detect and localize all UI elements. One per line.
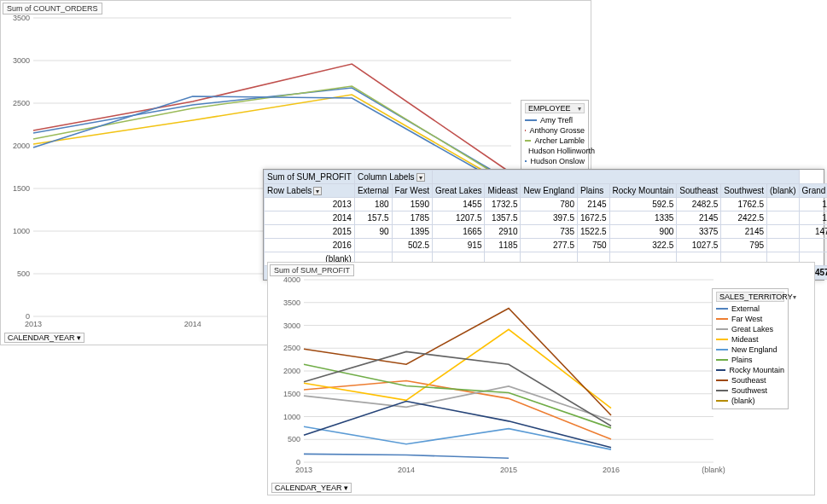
cell[interactable]: 592.5 <box>609 198 677 211</box>
legend-item[interactable]: Hudson Hollinworth <box>525 146 585 156</box>
cell[interactable]: 900 <box>609 225 677 239</box>
cell[interactable]: 1357.5 <box>485 211 521 225</box>
cell[interactable]: 502.5 <box>392 239 432 252</box>
svg-text:3500: 3500 <box>13 14 30 22</box>
row-header[interactable]: 2015 <box>265 225 355 239</box>
cell[interactable]: 1732.5 <box>485 198 521 211</box>
column-header[interactable]: External <box>354 184 392 198</box>
cell[interactable]: 322.5 <box>609 239 677 252</box>
legend-item[interactable]: (blank) <box>716 396 784 406</box>
legend-label: Mideast <box>731 334 759 345</box>
cell[interactable]: 780 <box>521 198 577 211</box>
column-header[interactable]: Far West <box>392 184 432 198</box>
cell[interactable]: 397.5 <box>521 211 577 225</box>
legend-label: External <box>731 304 760 314</box>
cell[interactable]: 277.5 <box>521 239 577 252</box>
cell[interactable] <box>767 198 800 211</box>
chart1-legend-title-button[interactable]: EMPLOYEE▾ <box>525 103 585 113</box>
row-header[interactable]: 2013 <box>265 198 355 211</box>
chart2-legend-title-button[interactable]: SALES_TERRITORY▾ <box>716 292 784 302</box>
row-labels-button[interactable]: Row Labels▾ <box>265 184 355 198</box>
cell[interactable]: 1762.5 <box>721 198 767 211</box>
chart2-xaxis-button[interactable]: CALENDAR_YEAR▾ <box>271 483 352 493</box>
column-header[interactable]: Great Lakes <box>432 184 484 198</box>
column-header[interactable]: Rocky Mountain <box>609 184 677 198</box>
cell[interactable]: 2422.5 <box>721 211 767 225</box>
cell[interactable]: 157.5 <box>354 211 392 225</box>
cell[interactable] <box>354 239 392 252</box>
legend-item[interactable]: Mideast <box>716 334 784 345</box>
legend-item[interactable]: Amy Trefl <box>525 115 585 125</box>
legend-swatch <box>525 130 526 131</box>
legend-item[interactable]: Archer Lamble <box>525 136 585 146</box>
cell[interactable]: 750 <box>577 239 609 252</box>
column-header[interactable]: Southeast <box>677 184 721 198</box>
chart1-xaxis-button[interactable]: CALENDAR_YEAR▾ <box>4 333 84 343</box>
cell[interactable]: 180 <box>354 198 392 211</box>
column-header[interactable]: Southwest <box>721 184 767 198</box>
cell[interactable]: 1335 <box>609 211 677 225</box>
legend-item[interactable]: Hudson Onslow <box>525 156 585 166</box>
legend-swatch <box>716 318 728 320</box>
cell[interactable]: 1522.5 <box>577 225 609 239</box>
svg-text:2015: 2015 <box>500 466 517 474</box>
cell[interactable]: 915 <box>432 239 484 252</box>
cell[interactable]: 14737.5 <box>799 225 827 239</box>
legend-swatch <box>716 369 725 371</box>
svg-text:2014: 2014 <box>398 466 415 474</box>
col-labels-button[interactable]: Column Labels▾ <box>354 171 432 184</box>
pivot-corner: Sum of SUM_PROFIT <box>265 171 355 184</box>
legend-item[interactable]: Rocky Mountain <box>716 365 784 375</box>
column-header[interactable]: Plains <box>577 184 609 198</box>
row-header[interactable]: 2016 <box>265 239 355 252</box>
pivot-panel: Sum of SUM_PROFIT Column Labels▾ Row Lab… <box>263 169 824 281</box>
svg-text:2000: 2000 <box>13 142 30 150</box>
cell[interactable]: 12480 <box>799 211 827 225</box>
cell[interactable]: 1665 <box>432 225 484 239</box>
row-header[interactable]: 2014 <box>265 211 355 225</box>
cell[interactable]: 1672.5 <box>577 211 609 225</box>
cell[interactable]: 1027.5 <box>677 239 721 252</box>
cell[interactable] <box>767 225 800 239</box>
cell[interactable]: 795 <box>721 239 767 252</box>
cell[interactable]: 1185 <box>485 239 521 252</box>
chart2-legend: SALES_TERRITORY▾ ExternalFar WestGreat L… <box>712 288 789 409</box>
legend-swatch <box>716 379 728 381</box>
cell[interactable]: 2145 <box>677 211 721 225</box>
legend-label: Far West <box>731 314 762 324</box>
legend-item[interactable]: External <box>716 304 784 314</box>
cell[interactable]: 12720 <box>799 198 827 211</box>
legend-swatch <box>716 390 728 391</box>
cell[interactable]: 735 <box>521 225 577 239</box>
column-header[interactable]: (blank) <box>767 184 800 198</box>
legend-swatch <box>525 119 537 121</box>
cell[interactable] <box>767 211 800 225</box>
legend-item[interactable]: Far West <box>716 314 784 324</box>
cell[interactable]: 3375 <box>677 225 721 239</box>
legend-item[interactable]: Anthony Grosse <box>525 125 585 136</box>
legend-label: Southwest <box>731 385 767 396</box>
svg-text:1500: 1500 <box>283 390 300 398</box>
legend-swatch <box>716 400 728 402</box>
cell[interactable]: 1455 <box>432 198 484 211</box>
column-header[interactable]: Mideast <box>485 184 521 198</box>
cell[interactable]: 1590 <box>392 198 432 211</box>
legend-item[interactable]: Southeast <box>716 375 784 385</box>
cell[interactable]: 2145 <box>721 225 767 239</box>
cell[interactable] <box>767 239 800 252</box>
legend-item[interactable]: Great Lakes <box>716 324 784 334</box>
cell[interactable]: 1785 <box>392 211 432 225</box>
column-header[interactable]: New England <box>521 184 577 198</box>
cell[interactable]: 2145 <box>577 198 609 211</box>
legend-swatch <box>525 160 527 162</box>
cell[interactable]: 1207.5 <box>432 211 484 225</box>
column-header[interactable]: Grand Total <box>799 184 827 198</box>
legend-item[interactable]: New England <box>716 345 784 355</box>
cell[interactable]: 90 <box>354 225 392 239</box>
cell[interactable]: 2910 <box>485 225 521 239</box>
legend-item[interactable]: Southwest <box>716 385 784 396</box>
legend-item[interactable]: Plains <box>716 355 784 365</box>
cell[interactable]: 5775 <box>799 239 827 252</box>
cell[interactable]: 1395 <box>392 225 432 239</box>
cell[interactable]: 2482.5 <box>677 198 721 211</box>
